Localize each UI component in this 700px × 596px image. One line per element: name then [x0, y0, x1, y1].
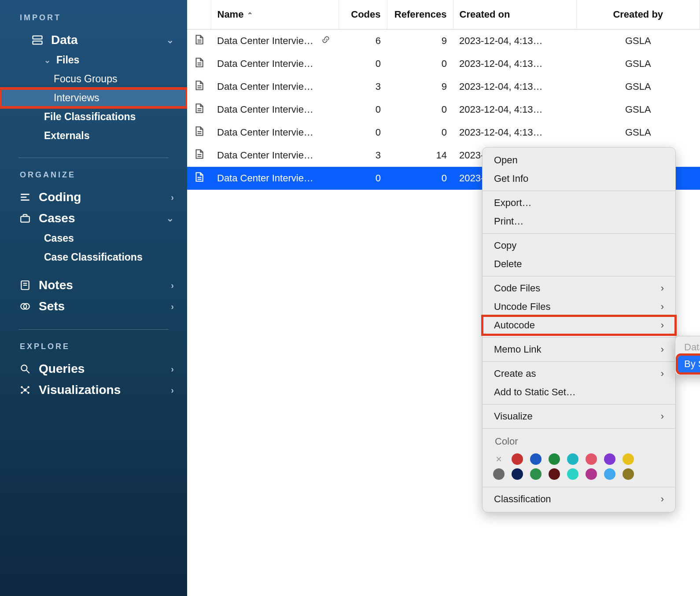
table-row[interactable]: Data Center Intervie…392023-12-04, 4:13…… [187, 75, 700, 98]
row-icon [187, 121, 211, 144]
col-icon[interactable] [187, 0, 211, 29]
color-swatch[interactable] [512, 468, 523, 480]
table-row[interactable]: Data Center Intervie…002023-12-04, 4:13…… [187, 98, 700, 121]
color-swatch[interactable] [604, 468, 615, 480]
svg-line-12 [26, 370, 29, 373]
col-created[interactable]: Created on [453, 0, 576, 29]
row-codes: 0 [339, 121, 387, 144]
row-name: Data Center Intervie… [211, 167, 339, 190]
nav-visualizations[interactable]: Visualizations › [0, 379, 187, 401]
chevron-right-icon: › [171, 280, 174, 291]
col-codes[interactable]: Codes [339, 0, 387, 29]
visualization-icon [18, 384, 33, 396]
ctx-classification[interactable]: Classification› [483, 490, 675, 508]
ctx-export[interactable]: Export… [483, 194, 675, 212]
nav-label: Sets [39, 299, 65, 313]
ctx-open[interactable]: Open [483, 151, 675, 169]
row-icon [187, 144, 211, 167]
color-swatch[interactable] [567, 468, 578, 480]
color-swatch[interactable] [512, 453, 523, 465]
color-swatch[interactable] [604, 453, 615, 465]
color-swatch[interactable] [530, 468, 542, 480]
row-by: GSLA [576, 121, 700, 144]
chevron-right-icon: › [661, 283, 664, 294]
ctx-uncode-files[interactable]: Uncode Files› [483, 298, 675, 316]
context-menu: Open Get Info Export… Print… Copy Delete… [482, 147, 676, 512]
separator [483, 191, 675, 191]
row-codes: 6 [339, 29, 387, 53]
chevron-down-icon: ⌄ [166, 213, 174, 224]
table-row[interactable]: Data Center Intervie…002023-12-04, 4:13…… [187, 52, 700, 75]
nav-interviews[interactable]: Interviews [0, 88, 187, 107]
divider [18, 329, 169, 330]
table-row[interactable]: Data Center Intervie…002023-12-04, 4:13…… [187, 121, 700, 144]
nav-label: Queries [39, 362, 85, 376]
row-by: GSLA [576, 75, 700, 98]
nav-cases-sub[interactable]: Cases [0, 229, 187, 248]
ctx-code-files[interactable]: Code Files› [483, 279, 675, 298]
row-name: Data Center Intervie… [211, 52, 339, 75]
coding-icon [18, 191, 33, 203]
nav-data[interactable]: Data ⌄ [0, 29, 187, 51]
separator [483, 337, 675, 338]
nav-sets[interactable]: Sets › [0, 296, 187, 317]
color-swatch[interactable] [567, 453, 578, 465]
nav-file-classifications[interactable]: File Classifications [0, 107, 187, 126]
row-codes: 0 [339, 98, 387, 121]
nav-cases[interactable]: Cases ⌄ [0, 208, 187, 229]
nav-files[interactable]: ⌄ Files [0, 51, 187, 70]
nav-case-classifications[interactable]: Case Classifications [0, 248, 187, 267]
ctx-visualize[interactable]: Visualize› [483, 407, 675, 426]
main-area: Name⌃ Codes References Created on Create… [187, 0, 700, 596]
color-none[interactable]: × [493, 453, 505, 465]
col-name[interactable]: Name⌃ [211, 0, 339, 29]
nav-label: Cases [39, 211, 75, 225]
row-refs: 0 [387, 121, 453, 144]
row-created: 2023-12-04, 4:13… [453, 29, 576, 53]
color-swatch[interactable] [586, 468, 597, 480]
submenu-by-speaker[interactable]: By Speaker… [678, 356, 700, 372]
ctx-delete[interactable]: Delete [483, 255, 675, 273]
search-icon [18, 363, 33, 375]
svg-rect-1 [33, 41, 42, 44]
chevron-right-icon: › [171, 192, 174, 202]
row-codes: 0 [339, 167, 387, 190]
row-created: 2023-12-04, 4:13… [453, 75, 576, 98]
color-swatch[interactable] [493, 468, 505, 480]
color-swatch[interactable] [549, 468, 560, 480]
col-by[interactable]: Created by [576, 0, 700, 29]
ctx-autocode[interactable]: Autocode› [483, 316, 675, 335]
color-swatch[interactable] [623, 468, 634, 480]
ctx-memo-link[interactable]: Memo Link› [483, 340, 675, 359]
nav-notes[interactable]: Notes › [0, 275, 187, 296]
ctx-copy[interactable]: Copy [483, 236, 675, 255]
svg-rect-5 [21, 217, 29, 222]
nav-label: Files [56, 54, 79, 66]
nav-label: Interviews [54, 92, 99, 104]
section-explore: EXPLORE [0, 342, 187, 358]
color-swatch[interactable] [549, 453, 560, 465]
ctx-print[interactable]: Print… [483, 212, 675, 231]
row-refs: 9 [387, 29, 453, 53]
color-swatch[interactable] [586, 453, 597, 465]
section-import: IMPORT [0, 13, 187, 29]
sort-asc-icon: ⌃ [243, 11, 253, 19]
row-refs: 9 [387, 75, 453, 98]
svg-line-21 [25, 390, 29, 393]
color-swatch[interactable] [623, 453, 634, 465]
row-icon [187, 167, 211, 190]
table-row[interactable]: Data Center Intervie…692023-12-04, 4:13…… [187, 29, 700, 53]
ctx-add-static-set[interactable]: Add to Static Set… [483, 383, 675, 401]
nav-focus-groups[interactable]: Focus Groups [0, 70, 187, 88]
row-icon [187, 75, 211, 98]
row-icon [187, 98, 211, 121]
nav-coding[interactable]: Coding › [0, 187, 187, 208]
chevron-down-icon: ⌄ [166, 35, 174, 45]
svg-line-19 [25, 387, 29, 390]
col-refs[interactable]: References [387, 0, 453, 29]
ctx-get-info[interactable]: Get Info [483, 169, 675, 188]
nav-externals[interactable]: Externals [0, 126, 187, 145]
ctx-create-as[interactable]: Create as› [483, 364, 675, 383]
nav-queries[interactable]: Queries › [0, 358, 187, 379]
color-swatch[interactable] [530, 453, 542, 465]
